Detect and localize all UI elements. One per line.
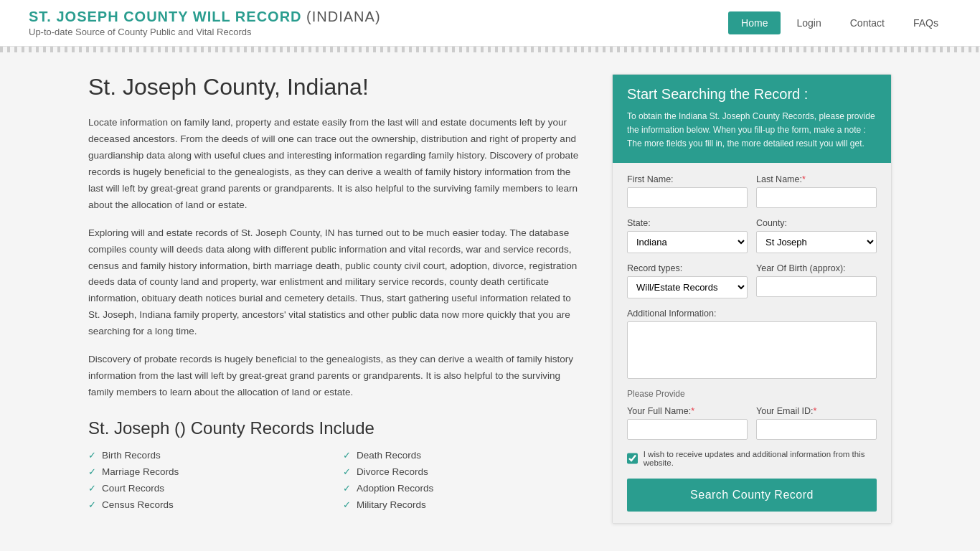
email-input[interactable]: [756, 419, 877, 440]
state-label: State:: [627, 218, 748, 228]
email-label: Your Email ID:*: [756, 406, 877, 416]
form-body: First Name: Last Name:* State: Indiana: [613, 163, 891, 523]
please-provide-label: Please Provide: [627, 389, 877, 399]
paragraph-1: Locate information on family land, prope…: [88, 115, 583, 214]
county-group: County: St JosephAllenLakeMarion: [756, 218, 877, 253]
check-icon: ✓: [88, 499, 96, 510]
contact-row: Your Full Name:* Your Email ID:*: [627, 406, 877, 440]
state-group: State: IndianaIllinoisOhioMichigan: [627, 218, 748, 253]
search-form-card: Start Searching the Record : To obtain t…: [612, 74, 892, 524]
record-label: Birth Records: [102, 450, 161, 461]
brand: ST. JOSEPH COUNTY WILL RECORD (INDIANA) …: [29, 9, 381, 37]
list-item: ✓ Court Records: [88, 483, 329, 494]
additional-info-label: Additional Information:: [627, 309, 877, 319]
record-type-row: Record types: Will/Estate RecordsBirth R…: [627, 263, 877, 298]
main-content: St. Joseph County, Indiana! Locate infor…: [60, 74, 920, 524]
first-name-label: First Name:: [627, 174, 748, 184]
list-item: ✓ Military Records: [343, 499, 583, 510]
records-list: ✓ Birth Records ✓ Death Records ✓ Marria…: [88, 450, 583, 510]
nav-home[interactable]: Home: [728, 11, 781, 34]
location-row: State: IndianaIllinoisOhioMichigan Count…: [627, 218, 877, 253]
record-label: Census Records: [102, 499, 174, 510]
left-column: St. Joseph County, Indiana! Locate infor…: [88, 74, 583, 510]
additional-info-group: Additional Information:: [627, 309, 877, 379]
paragraph-2: Exploring will and estate records of St.…: [88, 225, 583, 341]
check-icon: ✓: [343, 466, 351, 477]
paragraph-3: Discovery of probate records is hugely b…: [88, 352, 583, 401]
title-normal: (INDIANA): [306, 9, 380, 24]
last-name-input[interactable]: [756, 187, 877, 208]
records-section-title: St. Joseph () County Records Include: [88, 418, 583, 438]
check-icon: ✓: [88, 450, 96, 461]
county-label: County:: [756, 218, 877, 228]
list-item: ✓ Census Records: [88, 499, 329, 510]
list-item: ✓ Adoption Records: [343, 483, 583, 494]
check-icon: ✓: [88, 466, 96, 477]
check-icon: ✓: [88, 483, 96, 494]
record-label: Military Records: [357, 499, 426, 510]
full-name-input[interactable]: [627, 419, 748, 440]
list-item: ✓ Death Records: [343, 450, 583, 461]
form-header: Start Searching the Record : To obtain t…: [613, 75, 891, 163]
additional-info-input[interactable]: [627, 321, 877, 379]
right-column: Start Searching the Record : To obtain t…: [612, 74, 892, 524]
state-select[interactable]: IndianaIllinoisOhioMichigan: [627, 231, 748, 253]
newsletter-checkbox[interactable]: [627, 453, 638, 464]
first-name-input[interactable]: [627, 187, 748, 208]
last-name-label: Last Name:*: [756, 174, 877, 184]
page-title: St. Joseph County, Indiana!: [88, 74, 583, 100]
year-of-birth-input[interactable]: [756, 276, 877, 297]
main-nav: Home Login Contact FAQs: [728, 11, 951, 34]
email-group: Your Email ID:*: [756, 406, 877, 440]
decorative-divider: [0, 47, 980, 52]
nav-login[interactable]: Login: [783, 11, 834, 34]
site-subtitle: Up-to-date Source of County Public and V…: [29, 27, 381, 37]
search-county-record-button[interactable]: Search County Record: [627, 479, 877, 512]
record-label: Marriage Records: [102, 466, 179, 477]
record-type-select[interactable]: Will/Estate RecordsBirth RecordsDeath Re…: [627, 276, 748, 298]
record-type-group: Record types: Will/Estate RecordsBirth R…: [627, 263, 748, 298]
year-of-birth-label: Year Of Birth (approx):: [756, 263, 877, 273]
list-item: ✓ Divorce Records: [343, 466, 583, 477]
list-item: ✓ Marriage Records: [88, 466, 329, 477]
page-header: ST. JOSEPH COUNTY WILL RECORD (INDIANA) …: [0, 0, 980, 47]
site-title: ST. JOSEPH COUNTY WILL RECORD (INDIANA): [29, 9, 381, 25]
form-title: Start Searching the Record :: [627, 86, 877, 103]
county-select[interactable]: St JosephAllenLakeMarion: [756, 231, 877, 253]
full-name-group: Your Full Name:*: [627, 406, 748, 440]
check-icon: ✓: [343, 450, 351, 461]
nav-faqs[interactable]: FAQs: [900, 11, 951, 34]
newsletter-label: I wish to receive updates and additional…: [644, 450, 877, 467]
title-highlight: ST. JOSEPH COUNTY WILL RECORD: [29, 9, 302, 24]
last-name-group: Last Name:*: [756, 174, 877, 208]
check-icon: ✓: [343, 483, 351, 494]
record-type-label: Record types:: [627, 263, 748, 273]
record-label: Court Records: [102, 483, 164, 494]
list-item: ✓ Birth Records: [88, 450, 329, 461]
record-label: Death Records: [357, 450, 421, 461]
form-description: To obtain the Indiana St. Joseph County …: [627, 110, 877, 151]
check-icon: ✓: [343, 499, 351, 510]
name-row: First Name: Last Name:*: [627, 174, 877, 208]
year-of-birth-group: Year Of Birth (approx):: [756, 263, 877, 298]
first-name-group: First Name:: [627, 174, 748, 208]
record-label: Adoption Records: [357, 483, 433, 494]
newsletter-checkbox-row: I wish to receive updates and additional…: [627, 450, 877, 467]
nav-contact[interactable]: Contact: [837, 11, 897, 34]
additional-info-row: Additional Information:: [627, 309, 877, 379]
full-name-label: Your Full Name:*: [627, 406, 748, 416]
record-label: Divorce Records: [357, 466, 428, 477]
